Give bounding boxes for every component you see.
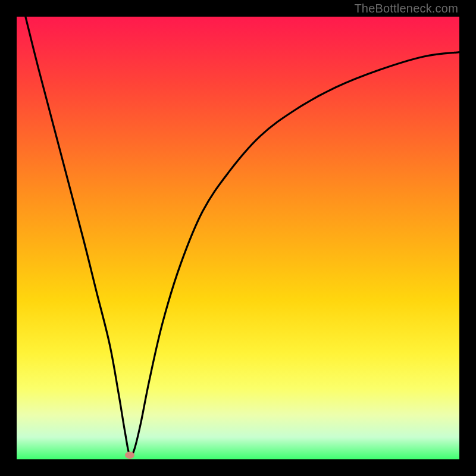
plot-area: [17, 17, 459, 459]
chart-frame: TheBottleneck.com: [0, 0, 476, 476]
bottleneck-curve: [17, 17, 459, 459]
optimal-marker: [125, 452, 134, 459]
watermark-text: TheBottleneck.com: [354, 2, 458, 15]
